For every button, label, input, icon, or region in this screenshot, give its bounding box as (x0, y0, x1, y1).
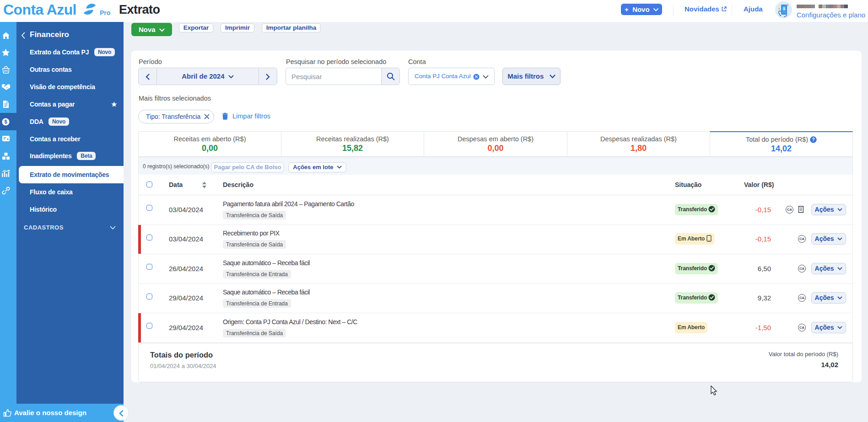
svg-text:$: $ (783, 6, 785, 11)
svg-text:$: $ (4, 119, 7, 124)
svg-text:?: ? (812, 137, 815, 142)
